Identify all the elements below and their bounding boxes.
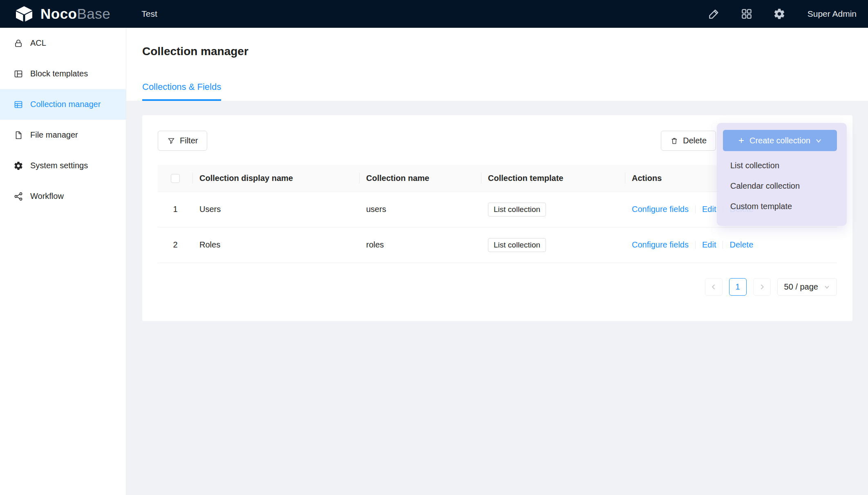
row-index: 1 [158, 192, 193, 227]
delete-link[interactable]: Delete [729, 240, 753, 250]
sidebar-item-system-settings[interactable]: System settings [0, 150, 126, 181]
sidebar-item-label: Workflow [30, 192, 64, 201]
filter-funnel-icon [167, 137, 175, 145]
trash-icon [670, 137, 678, 145]
header-collection-name: Collection name [360, 165, 481, 192]
ui-editor-pen-icon[interactable] [708, 8, 720, 20]
topbar: NocoBase Test Super Admin [0, 0, 868, 28]
sidebar-item-label: Block templates [30, 69, 88, 78]
table-icon [13, 100, 23, 109]
cell-display-name: Users [193, 192, 360, 227]
sidebar-item-collection-manager[interactable]: Collection manager [0, 89, 126, 120]
nocobase-logo[interactable]: NocoBase [0, 6, 110, 22]
select-all-checkbox[interactable] [171, 174, 180, 183]
chevron-down-icon [815, 137, 822, 144]
topbar-actions: Super Admin [708, 8, 868, 20]
row-actions: Configure fields Edit Delete [632, 240, 830, 250]
main-area: Collection manager Collections & Fields … [126, 28, 868, 495]
sidebar-item-label: Collection manager [30, 100, 101, 109]
table-row: 2 Roles roles List collection Configure … [158, 227, 837, 263]
filter-button-label: Filter [180, 136, 198, 145]
cell-collection-name: roles [360, 227, 481, 263]
delete-button-label: Delete [683, 136, 707, 145]
file-icon [13, 130, 23, 140]
row-index: 2 [158, 227, 193, 263]
action-divider [695, 205, 696, 213]
settings-gear-icon[interactable] [773, 8, 785, 20]
cell-display-name: Roles [193, 227, 360, 263]
page-header: Collection manager Collections & Fields [126, 28, 868, 101]
edit-link[interactable]: Edit [702, 205, 716, 214]
create-collection-label: Create collection [749, 136, 810, 145]
sidebar-item-label: ACL [30, 38, 46, 48]
nocobase-logo-icon [13, 6, 35, 22]
configure-fields-link[interactable]: Configure fields [632, 205, 689, 214]
cell-collection-name: users [360, 192, 481, 227]
tab-collections-and-fields[interactable]: Collections & Fields [142, 81, 221, 101]
menu-item-list-collection[interactable]: List collection [717, 155, 847, 176]
action-divider [723, 241, 723, 249]
collections-card: Filter Delete [142, 115, 852, 321]
settings-sidebar: ACL Block templates Collect [0, 28, 126, 495]
plugins-grid-icon[interactable] [740, 8, 753, 20]
current-user[interactable]: Super Admin [808, 9, 857, 19]
sidebar-item-file-manager[interactable]: File manager [0, 120, 126, 150]
page-size-value: 50 / page [784, 282, 818, 292]
action-divider [695, 241, 696, 249]
workflow-icon [13, 192, 23, 201]
sidebar-item-acl[interactable]: ACL [0, 28, 126, 58]
lock-icon [13, 38, 23, 48]
bulk-delete-button[interactable]: Delete [661, 131, 716, 151]
sidebar-item-label: System settings [30, 161, 88, 170]
brand-wordmark: NocoBase [40, 6, 110, 22]
layout-icon [13, 69, 23, 79]
configure-fields-link[interactable]: Configure fields [632, 240, 689, 250]
create-collection-menu: List collection Calendar collection Cust… [717, 155, 847, 216]
menu-item-custom-template[interactable]: Custom template [717, 196, 847, 216]
page-size-select[interactable]: 50 / page [777, 278, 837, 296]
sidebar-item-workflow[interactable]: Workflow [0, 181, 126, 212]
sidebar-item-label: File manager [30, 130, 78, 140]
gear-icon [13, 161, 23, 171]
prev-page-button[interactable] [705, 278, 723, 296]
create-collection-button[interactable]: Create collection [723, 130, 837, 151]
plus-icon [738, 137, 745, 144]
filter-button[interactable]: Filter [158, 131, 207, 151]
template-tag: List collection [488, 203, 546, 216]
edit-link[interactable]: Edit [702, 240, 716, 250]
chevron-down-icon [824, 284, 830, 290]
next-page-button[interactable] [753, 278, 771, 296]
page-number-button[interactable]: 1 [729, 278, 747, 296]
pagination: 1 50 / page [158, 278, 837, 296]
create-collection-overlay: Create collection List collection Calend… [717, 123, 847, 226]
menu-item-calendar-collection[interactable]: Calendar collection [717, 176, 847, 196]
sidebar-item-block-templates[interactable]: Block templates [0, 58, 126, 89]
topbar-tab-test[interactable]: Test [141, 9, 157, 19]
header-collection-template: Collection template [481, 165, 625, 192]
template-tag: List collection [488, 238, 546, 252]
content-area: Filter Delete [126, 101, 868, 335]
page-title: Collection manager [142, 44, 852, 59]
tabs-bar: Collections & Fields [142, 81, 852, 101]
header-collection-display-name: Collection display name [193, 165, 360, 192]
